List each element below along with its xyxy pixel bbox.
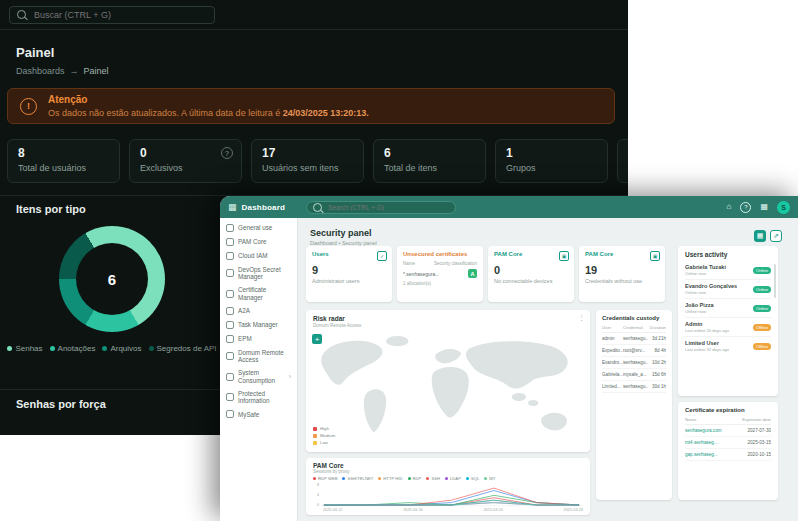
grid-icon <box>226 224 234 232</box>
user-sub: Online now <box>685 309 714 314</box>
stats-row: 8 Total de usuários 0 Exclusivos ? 17 Us… <box>7 139 628 183</box>
legend-label: Low <box>320 440 328 445</box>
legend-dot <box>408 477 411 480</box>
warning-icon: ! <box>20 98 37 115</box>
world-map[interactable] <box>306 330 590 450</box>
breadcrumb-separator-icon: → <box>70 66 79 76</box>
legend-label: SSH/TELNET <box>347 476 373 481</box>
help-icon[interactable]: ? <box>740 202 751 213</box>
table-row[interactable]: Gabriela...mysafe_a...15d 6h <box>602 369 666 381</box>
stat-card-total-users: 8 Total de usuários <box>7 139 120 183</box>
sidebar-item-system-consumption[interactable]: System Consumption› <box>220 366 297 386</box>
sidebar-item-label: Task Manager <box>238 321 278 328</box>
cell: 3d 21h <box>648 336 666 341</box>
user-row[interactable]: AdminLast online 20 days ago Offline <box>685 317 771 336</box>
stale-data-alert: ! Atenção Os dados não estão atualizados… <box>7 88 615 124</box>
items-by-type-title: Itens por tipo <box>16 203 86 215</box>
legend-dot <box>7 346 12 351</box>
key-icon <box>226 238 234 246</box>
legend-dot <box>342 477 345 480</box>
legend-item: SSH <box>426 476 440 481</box>
user-row[interactable]: Evandro GonçalvesOnline now Online <box>685 279 771 298</box>
scrollbar[interactable] <box>774 264 776 298</box>
page-title: Painel <box>16 45 54 60</box>
table-row[interactable]: gap.senhaseg...2020-10-15 <box>685 449 771 461</box>
kpi-category: Unsecured certificates <box>403 251 477 257</box>
legend-item: RDP <box>408 476 422 481</box>
legend-label: RDP <box>413 476 422 481</box>
sidebar-item-domum-remote-access[interactable]: Domum Remote Access <box>220 346 297 366</box>
table-row[interactable]: Evandro...senhasegu...10d 2h <box>602 357 666 369</box>
legend-label: Arquivos <box>110 344 141 353</box>
column-classification: Security classification <box>434 261 477 266</box>
kebab-menu-icon[interactable]: ⋮ <box>578 314 585 322</box>
app-title: Dashboard <box>242 203 286 212</box>
apps-icon[interactable]: ▦ <box>760 203 768 211</box>
certificate-expiration-panel: Certificate expiration Name Expiration d… <box>678 402 778 500</box>
user-row[interactable]: Gabriela TuzakiOnline now Online <box>685 261 771 279</box>
zoom-in-button[interactable]: + <box>312 334 322 344</box>
legend-swatch <box>313 434 317 438</box>
app-logo-icon[interactable]: ▦ <box>228 202 237 212</box>
user-name: Gabriela Tuzaki <box>685 264 726 270</box>
sidebar-item-protected-information[interactable]: Protected Information <box>220 387 297 407</box>
breadcrumb-root[interactable]: Dashboards <box>16 66 65 76</box>
table-row[interactable]: Limited...senhasegu...30d 1h <box>602 381 666 393</box>
panel-subtitle: Domum Remote Access <box>313 323 583 328</box>
user-name: Limited User <box>685 340 729 346</box>
legend-item: SQL <box>466 476 479 481</box>
fullscreen-button[interactable]: ⇗ <box>770 230 782 242</box>
sidebar-item-label: Cloud IAM <box>238 252 267 259</box>
alert-title: Atenção <box>48 93 369 107</box>
table-row[interactable]: mt4.senhaseg...2025-03-15 <box>685 437 771 449</box>
x-tick: 2025-03-16 <box>403 508 422 512</box>
sidebar-item-pam-core[interactable]: PAM Core <box>220 235 297 249</box>
x-tick: 2025-03-24 <box>564 508 583 512</box>
sidebar-item-task-manager[interactable]: Task Manager <box>220 318 297 332</box>
cell: Gabriela... <box>602 372 623 377</box>
user-row[interactable]: Limited UserLast online 32 days ago Offl… <box>685 336 771 355</box>
x-axis: 2025-03-12 2025-03-16 2025-03-20 2025-03… <box>313 508 583 512</box>
kpi-card-users: Users ✓ 9 Administrator users <box>306 246 392 302</box>
table-header: User Credential Duration <box>602 325 666 333</box>
legend-item: Anotações <box>50 344 96 353</box>
table-row[interactable]: Expedito...root@srv...8d 4h <box>602 345 666 357</box>
stat-value: 0 <box>140 146 231 160</box>
risk-radar-panel: Risk radar Domum Remote Access ⋮ + High … <box>306 310 590 452</box>
cell: Expedito... <box>602 348 623 353</box>
sidebar-item-cloud-iam[interactable]: Cloud IAM <box>220 249 297 263</box>
avatar[interactable]: S <box>777 201 790 214</box>
app-header: ▦ Dashboard ⌂ ? ▦ S <box>220 196 798 218</box>
sidebar-item-certificate-manager[interactable]: Certificate Manager <box>220 283 297 303</box>
sidebar-item-a2a[interactable]: A2A <box>220 304 297 318</box>
legend-item: High <box>313 426 335 431</box>
layout-grid-button[interactable]: ▦ <box>754 230 766 242</box>
sidebar-item-devops-secret-manager[interactable]: DevOps Secret Manager <box>220 263 297 283</box>
cell: mysafe_a... <box>623 372 648 377</box>
global-search[interactable] <box>9 6 215 24</box>
stat-label: Total de usuários <box>18 163 109 173</box>
sidebar-item-general-use[interactable]: General use <box>220 221 297 235</box>
kpi-category: Users <box>312 251 386 257</box>
items-donut: 6 <box>59 226 165 332</box>
search-input[interactable] <box>32 9 207 21</box>
x-tick: 2025-03-20 <box>483 508 502 512</box>
stat-label: Exclusivos <box>140 163 231 173</box>
help-icon[interactable]: ? <box>221 147 233 159</box>
header-search[interactable] <box>306 201 456 214</box>
legend-item: LDAP <box>445 476 461 481</box>
column-duration: Duration <box>648 325 666 330</box>
cell: senhasegura.com <box>685 428 739 433</box>
home-icon[interactable]: ⌂ <box>727 203 732 211</box>
sidebar-item-mysafe[interactable]: MySafe <box>220 407 297 421</box>
sidebar-item-epm[interactable]: EPM <box>220 332 297 346</box>
user-name: João Pizza <box>685 302 714 308</box>
header-search-input[interactable] <box>326 203 449 212</box>
legend-item: Low <box>313 440 335 445</box>
table-row[interactable]: adminsenhasegu...3d 21h <box>602 333 666 345</box>
breadcrumb: Dashboards → Painel <box>16 66 109 76</box>
user-row[interactable]: João PizzaOnline now Online <box>685 298 771 317</box>
user-sub: Last online 32 days ago <box>685 347 729 352</box>
shield-icon <box>226 335 234 343</box>
table-row[interactable]: senhasegura.com2027-07-30 <box>685 425 771 437</box>
